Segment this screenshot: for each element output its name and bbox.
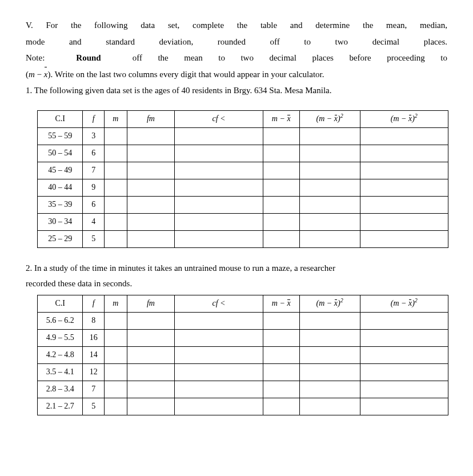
- header-ci: C.I: [38, 295, 83, 312]
- section2-line1: 2. In a study of the time in minutes it …: [26, 261, 447, 276]
- cell-m: [104, 346, 127, 363]
- cell-cf: [175, 329, 263, 346]
- header-mmx2b: (m − x)2: [360, 295, 448, 312]
- header-mmx2: (m − x)2: [299, 110, 360, 127]
- cell-mmx: [263, 329, 299, 346]
- cell-mmx: [263, 213, 299, 230]
- cell-ci: 4.9 – 5.5: [38, 329, 83, 346]
- cell-mmx2: [299, 398, 360, 415]
- cell-cf: [175, 230, 263, 247]
- cell-cf: [175, 127, 263, 145]
- cell-mmx: [263, 381, 299, 398]
- cell-cf: [175, 363, 263, 381]
- cell-m: [104, 329, 127, 346]
- instructions: V. For the following data set, complete …: [26, 17, 447, 99]
- cell-cf: [175, 213, 263, 230]
- table-row: 5.6 – 6.28: [38, 312, 448, 329]
- header-ci: C.I: [38, 110, 83, 127]
- cell-mmx2: [299, 162, 360, 179]
- cell-cf: [175, 196, 263, 213]
- table-row: 35 – 396: [38, 196, 448, 213]
- cell-mmx2b: [360, 127, 448, 145]
- cell-mmx2: [299, 196, 360, 213]
- cell-mmx2b: [360, 145, 448, 162]
- header-mmx2b: (m − x)2: [360, 110, 448, 127]
- cell-f: 5: [83, 230, 104, 247]
- cell-mmx2b: [360, 329, 448, 346]
- cell-m: [104, 127, 127, 145]
- cell-m: [104, 230, 127, 247]
- cell-fm: [127, 312, 175, 329]
- table-header-row: C.I f m fm cf < m − x (m − x)2 (m − x)2: [38, 295, 448, 312]
- cell-mmx: [263, 312, 299, 329]
- cell-f: 9: [83, 179, 104, 196]
- cell-m: [104, 213, 127, 230]
- header-mmx: m − x: [263, 295, 299, 312]
- cell-ci: 45 – 49: [38, 162, 83, 179]
- cell-mmx: [263, 363, 299, 381]
- cell-fm: [127, 381, 175, 398]
- cell-mmx2: [299, 127, 360, 145]
- cell-mmx2b: [360, 196, 448, 213]
- cell-mmx: [263, 179, 299, 196]
- cell-f: 3: [83, 127, 104, 145]
- table-row: 4.9 – 5.516: [38, 329, 448, 346]
- cell-ci: 2.1 – 2.7: [38, 398, 83, 415]
- cell-ci: 35 – 39: [38, 196, 83, 213]
- table-header-row: C.I f m fm cf < m − x (m − x)2 (m − x)2: [38, 110, 448, 127]
- cell-mmx: [263, 398, 299, 415]
- table-2-body: 5.6 – 6.28 4.9 – 5.516 4.2 – 4.814 3.5 –…: [38, 312, 448, 415]
- cell-f: 7: [83, 381, 104, 398]
- cell-fm: [127, 346, 175, 363]
- cell-cf: [175, 346, 263, 363]
- cell-m: [104, 162, 127, 179]
- table-row: 30 – 344: [38, 213, 448, 230]
- cell-mmx2: [299, 329, 360, 346]
- header-fm: fm: [127, 295, 175, 312]
- cell-mmx2: [299, 381, 360, 398]
- cell-fm: [127, 398, 175, 415]
- cell-mmx2: [299, 179, 360, 196]
- cell-mmx2: [299, 145, 360, 162]
- header-cf: cf <: [175, 295, 263, 312]
- section2-line2: recorded these data in seconds.: [26, 276, 447, 291]
- header-m: m: [104, 110, 127, 127]
- cell-f: 6: [83, 196, 104, 213]
- header-fm: fm: [127, 110, 175, 127]
- cell-ci: 4.2 – 4.8: [38, 346, 83, 363]
- cell-m: [104, 196, 127, 213]
- cell-ci: 55 – 59: [38, 127, 83, 145]
- section-2: 2. In a study of the time in minutes it …: [26, 261, 447, 291]
- cell-mmx2: [299, 230, 360, 247]
- cell-ci: 3.5 – 4.1: [38, 363, 83, 381]
- cell-mmx2b: [360, 230, 448, 247]
- cell-cf: [175, 145, 263, 162]
- instruction-line-4: (m − x). Write on the last two columns e…: [26, 66, 447, 83]
- cell-cf: [175, 162, 263, 179]
- header-f: f: [83, 110, 104, 127]
- cell-ci: 40 – 44: [38, 179, 83, 196]
- table-row: 55 – 593: [38, 127, 448, 145]
- table-row: 40 – 449: [38, 179, 448, 196]
- cell-f: 5: [83, 398, 104, 415]
- cell-mmx2b: [360, 381, 448, 398]
- cell-m: [104, 381, 127, 398]
- cell-mmx2b: [360, 398, 448, 415]
- table-row: 4.2 – 4.814: [38, 346, 448, 363]
- cell-mmx2: [299, 312, 360, 329]
- cell-fm: [127, 162, 175, 179]
- cell-mmx2: [299, 363, 360, 381]
- cell-f: 12: [83, 363, 104, 381]
- cell-fm: [127, 196, 175, 213]
- cell-mmx2b: [360, 162, 448, 179]
- cell-f: 4: [83, 213, 104, 230]
- table-1: C.I f m fm cf < m − x (m − x)2 (m − x)2 …: [37, 110, 448, 248]
- cell-cf: [175, 381, 263, 398]
- cell-mmx: [263, 230, 299, 247]
- cell-f: 7: [83, 162, 104, 179]
- header-mmx: m − x: [263, 110, 299, 127]
- header-m: m: [104, 295, 127, 312]
- cell-mmx2b: [360, 179, 448, 196]
- cell-fm: [127, 363, 175, 381]
- cell-ci: 2.8 – 3.4: [38, 381, 83, 398]
